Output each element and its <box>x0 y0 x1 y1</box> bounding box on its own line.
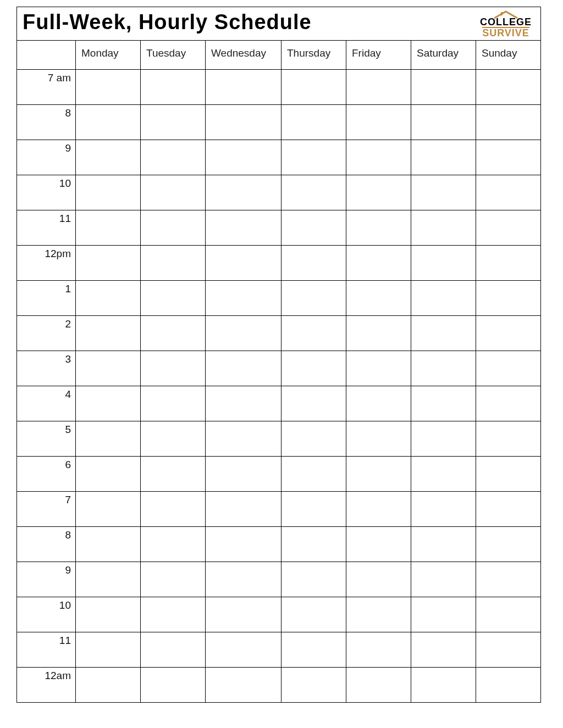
schedule-cell[interactable] <box>411 70 476 105</box>
schedule-cell[interactable] <box>346 246 411 281</box>
schedule-cell[interactable] <box>141 492 206 527</box>
schedule-cell[interactable] <box>282 140 346 175</box>
schedule-cell[interactable] <box>411 316 476 351</box>
schedule-cell[interactable] <box>346 281 411 316</box>
schedule-cell[interactable] <box>282 421 346 457</box>
schedule-cell[interactable] <box>141 421 206 457</box>
schedule-cell[interactable] <box>76 70 141 105</box>
schedule-cell[interactable] <box>411 492 476 527</box>
schedule-cell[interactable] <box>346 668 411 703</box>
schedule-cell[interactable] <box>206 281 282 316</box>
schedule-cell[interactable] <box>76 175 141 210</box>
schedule-cell[interactable] <box>476 632 541 668</box>
schedule-cell[interactable] <box>206 246 282 281</box>
schedule-cell[interactable] <box>411 351 476 386</box>
schedule-cell[interactable] <box>76 632 141 668</box>
schedule-cell[interactable] <box>346 562 411 597</box>
schedule-cell[interactable] <box>76 351 141 386</box>
schedule-cell[interactable] <box>346 527 411 562</box>
schedule-cell[interactable] <box>411 457 476 492</box>
schedule-cell[interactable] <box>282 457 346 492</box>
schedule-cell[interactable] <box>282 316 346 351</box>
schedule-cell[interactable] <box>476 562 541 597</box>
schedule-cell[interactable] <box>141 140 206 175</box>
schedule-cell[interactable] <box>476 492 541 527</box>
schedule-cell[interactable] <box>282 527 346 562</box>
schedule-cell[interactable] <box>476 281 541 316</box>
schedule-cell[interactable] <box>476 597 541 632</box>
schedule-cell[interactable] <box>206 527 282 562</box>
schedule-cell[interactable] <box>206 668 282 703</box>
schedule-cell[interactable] <box>141 386 206 421</box>
schedule-cell[interactable] <box>206 175 282 210</box>
schedule-cell[interactable] <box>206 457 282 492</box>
schedule-cell[interactable] <box>411 210 476 246</box>
schedule-cell[interactable] <box>411 175 476 210</box>
schedule-cell[interactable] <box>346 597 411 632</box>
schedule-cell[interactable] <box>476 175 541 210</box>
schedule-cell[interactable] <box>141 668 206 703</box>
schedule-cell[interactable] <box>141 562 206 597</box>
schedule-cell[interactable] <box>282 210 346 246</box>
schedule-cell[interactable] <box>76 210 141 246</box>
schedule-cell[interactable] <box>476 140 541 175</box>
schedule-cell[interactable] <box>206 70 282 105</box>
schedule-cell[interactable] <box>282 668 346 703</box>
schedule-cell[interactable] <box>282 105 346 140</box>
schedule-cell[interactable] <box>206 351 282 386</box>
schedule-cell[interactable] <box>206 421 282 457</box>
schedule-cell[interactable] <box>76 140 141 175</box>
schedule-cell[interactable] <box>141 105 206 140</box>
schedule-cell[interactable] <box>346 175 411 210</box>
schedule-cell[interactable] <box>76 492 141 527</box>
schedule-cell[interactable] <box>346 316 411 351</box>
schedule-cell[interactable] <box>476 527 541 562</box>
schedule-cell[interactable] <box>411 140 476 175</box>
schedule-cell[interactable] <box>141 457 206 492</box>
schedule-cell[interactable] <box>282 492 346 527</box>
schedule-cell[interactable] <box>476 70 541 105</box>
schedule-cell[interactable] <box>411 105 476 140</box>
schedule-cell[interactable] <box>76 105 141 140</box>
schedule-cell[interactable] <box>476 386 541 421</box>
schedule-cell[interactable] <box>476 316 541 351</box>
schedule-cell[interactable] <box>141 351 206 386</box>
schedule-cell[interactable] <box>411 386 476 421</box>
schedule-cell[interactable] <box>76 281 141 316</box>
schedule-cell[interactable] <box>141 70 206 105</box>
schedule-cell[interactable] <box>411 562 476 597</box>
schedule-cell[interactable] <box>76 386 141 421</box>
schedule-cell[interactable] <box>346 105 411 140</box>
schedule-cell[interactable] <box>476 210 541 246</box>
schedule-cell[interactable] <box>206 632 282 668</box>
schedule-cell[interactable] <box>206 597 282 632</box>
schedule-cell[interactable] <box>76 597 141 632</box>
schedule-cell[interactable] <box>76 668 141 703</box>
schedule-cell[interactable] <box>476 105 541 140</box>
schedule-cell[interactable] <box>76 316 141 351</box>
schedule-cell[interactable] <box>411 421 476 457</box>
schedule-cell[interactable] <box>346 140 411 175</box>
schedule-cell[interactable] <box>476 246 541 281</box>
schedule-cell[interactable] <box>411 527 476 562</box>
schedule-cell[interactable] <box>346 351 411 386</box>
schedule-cell[interactable] <box>346 632 411 668</box>
schedule-cell[interactable] <box>346 386 411 421</box>
schedule-cell[interactable] <box>346 492 411 527</box>
schedule-cell[interactable] <box>346 457 411 492</box>
schedule-cell[interactable] <box>476 668 541 703</box>
schedule-cell[interactable] <box>76 246 141 281</box>
schedule-cell[interactable] <box>476 421 541 457</box>
schedule-cell[interactable] <box>282 175 346 210</box>
schedule-cell[interactable] <box>141 316 206 351</box>
schedule-cell[interactable] <box>282 70 346 105</box>
schedule-cell[interactable] <box>141 281 206 316</box>
schedule-cell[interactable] <box>411 281 476 316</box>
schedule-cell[interactable] <box>76 421 141 457</box>
schedule-cell[interactable] <box>411 597 476 632</box>
schedule-cell[interactable] <box>282 562 346 597</box>
schedule-cell[interactable] <box>411 632 476 668</box>
schedule-cell[interactable] <box>141 175 206 210</box>
schedule-cell[interactable] <box>206 386 282 421</box>
schedule-cell[interactable] <box>411 246 476 281</box>
